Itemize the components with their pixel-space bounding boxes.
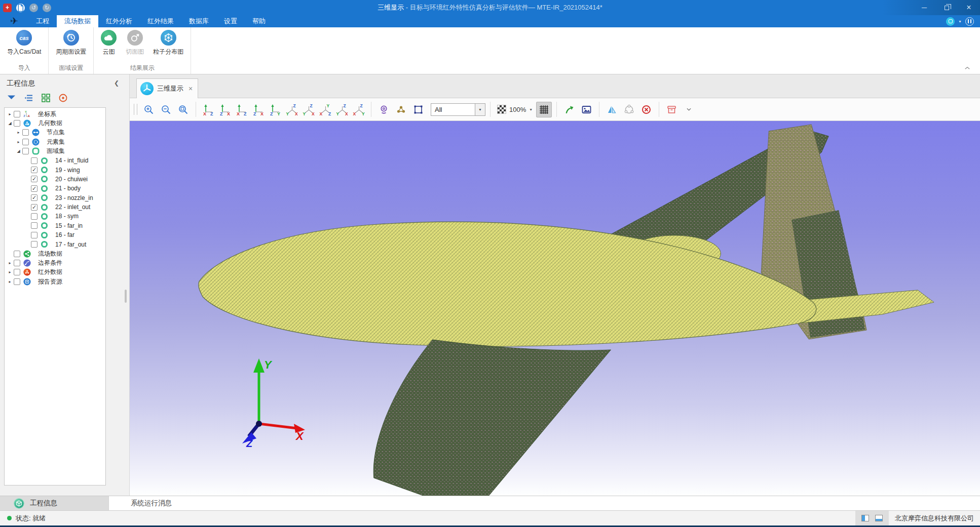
target-icon[interactable] bbox=[58, 93, 68, 103]
tree-expander[interactable]: ▸ bbox=[7, 112, 13, 116]
tree-item[interactable]: ◢面域集 bbox=[5, 147, 105, 156]
tree-item[interactable]: 18 - sym bbox=[5, 212, 105, 221]
tree-checkbox[interactable] bbox=[31, 232, 37, 238]
tree-expander[interactable]: ◢ bbox=[7, 121, 13, 126]
menu-tab-2[interactable]: 流场数据 bbox=[57, 15, 98, 27]
view-orientation-4-button[interactable]: ZX bbox=[251, 102, 266, 116]
layout-bottom-icon[interactable] bbox=[875, 515, 883, 521]
clear-view-button[interactable] bbox=[638, 102, 654, 117]
redo-button[interactable]: ↻ bbox=[43, 4, 51, 12]
mirror-view-button[interactable] bbox=[604, 102, 620, 117]
package-dropdown-button[interactable] bbox=[681, 102, 697, 117]
zoom-in-button[interactable] bbox=[141, 102, 157, 117]
tree-item[interactable]: 15 - far_in bbox=[5, 221, 105, 230]
menu-tab-5[interactable]: 数据库 bbox=[181, 15, 216, 27]
tree-item[interactable]: 17 - far_out bbox=[5, 239, 105, 249]
tree-checkbox[interactable] bbox=[31, 241, 37, 248]
toolbar-drag-handle[interactable] bbox=[134, 104, 137, 115]
view-orientation-1-button[interactable]: XZ bbox=[201, 102, 216, 116]
tree-item[interactable]: ◢几何数据 bbox=[5, 118, 105, 128]
box-select-button[interactable] bbox=[410, 102, 426, 117]
tree-checkbox[interactable] bbox=[14, 111, 20, 117]
tree-item[interactable]: ✓22 - inlet_out bbox=[5, 202, 105, 212]
zoom-level-selector[interactable]: 100%▼ bbox=[497, 105, 533, 114]
package-export-button[interactable] bbox=[664, 102, 680, 117]
view-orientation-6-button[interactable]: ZYX bbox=[284, 102, 299, 116]
tree-item[interactable]: ✓20 - chuiwei bbox=[5, 175, 105, 184]
tree-item[interactable]: ▸红外数据 bbox=[5, 268, 105, 277]
manual-button[interactable] bbox=[965, 17, 974, 26]
tree-checkbox[interactable] bbox=[14, 251, 20, 257]
tree-checkbox[interactable] bbox=[14, 260, 20, 266]
share-cloud-button[interactable] bbox=[621, 102, 637, 117]
view-orientation-8-button[interactable]: YXZ bbox=[318, 102, 333, 116]
tree-expander[interactable]: ▸ bbox=[7, 270, 13, 274]
theme-button[interactable] bbox=[946, 17, 955, 26]
tree-item[interactable]: 14 - int_fluid bbox=[5, 156, 105, 165]
tree-checkbox[interactable]: ✓ bbox=[31, 204, 37, 211]
cas-button[interactable]: cas导入Cas/Dat bbox=[7, 30, 41, 56]
tree-checkbox[interactable]: ✓ bbox=[31, 176, 37, 182]
view-orientation-2-button[interactable]: ZX bbox=[217, 102, 233, 116]
tree-item[interactable]: ▸报告资源 bbox=[5, 277, 105, 286]
particle-nodes-button[interactable] bbox=[393, 102, 409, 117]
layout-split-icon[interactable] bbox=[861, 515, 869, 521]
particle-button[interactable]: 粒子分布图 bbox=[153, 30, 183, 56]
snapshot-button[interactable] bbox=[579, 102, 594, 117]
list-icon[interactable] bbox=[24, 93, 33, 103]
filter-icon[interactable] bbox=[7, 93, 16, 103]
view-orientation-10-button[interactable]: ZXY bbox=[351, 102, 366, 116]
new-file-button[interactable] bbox=[16, 4, 25, 12]
export-view-button[interactable] bbox=[561, 102, 577, 117]
tree-item[interactable]: 流场数据 bbox=[5, 249, 105, 258]
panel-footer-project-info[interactable]: 工程信息 bbox=[0, 496, 108, 510]
blocks-icon[interactable] bbox=[41, 93, 51, 103]
tree-item[interactable]: ✓23 - nozzle_in bbox=[5, 193, 105, 202]
menu-tab-7[interactable]: 帮助 bbox=[245, 15, 273, 27]
tree-item[interactable]: ▸边界条件 bbox=[5, 258, 105, 267]
tab-3d-display[interactable]: 三维显示 × bbox=[136, 78, 198, 98]
clock-button[interactable]: 周期面设置 bbox=[56, 30, 86, 56]
view-orientation-9-button[interactable]: ZYX bbox=[334, 102, 350, 116]
menu-tab-1[interactable]: 工程 bbox=[28, 15, 57, 27]
combo-dropdown-icon[interactable]: ▼ bbox=[475, 104, 485, 115]
undo-button[interactable]: ↺ bbox=[29, 4, 38, 12]
tree-checkbox[interactable] bbox=[14, 120, 20, 127]
tree-expander[interactable]: ◢ bbox=[16, 149, 21, 153]
display-filter-combobox[interactable]: All▼ bbox=[431, 103, 485, 116]
tree-checkbox[interactable] bbox=[14, 278, 20, 285]
tree-checkbox[interactable]: ✓ bbox=[31, 194, 37, 201]
tree-item[interactable]: ▸YZX坐标系 bbox=[5, 109, 105, 118]
tree-checkbox[interactable] bbox=[22, 129, 29, 136]
tree-item[interactable]: ✓21 - body bbox=[5, 184, 105, 193]
locate-camera-button[interactable] bbox=[376, 102, 392, 117]
tree-checkbox[interactable] bbox=[31, 157, 37, 164]
tree-checkbox[interactable] bbox=[22, 139, 29, 145]
close-button[interactable]: × bbox=[958, 0, 980, 15]
app-menu-button[interactable]: + bbox=[3, 4, 12, 12]
tree-checkbox[interactable]: ✓ bbox=[31, 167, 37, 173]
view-orientation-5-button[interactable]: ZY bbox=[268, 102, 283, 116]
zoom-fit-button[interactable] bbox=[175, 102, 191, 117]
tab-close-icon[interactable]: × bbox=[189, 85, 193, 93]
cloud-button[interactable]: 云图 bbox=[101, 30, 117, 56]
tree-checkbox[interactable] bbox=[31, 222, 37, 229]
view-orientation-7-button[interactable]: ZYX bbox=[301, 102, 316, 116]
maximize-button[interactable] bbox=[935, 0, 958, 15]
grid-toggle-button[interactable] bbox=[536, 102, 552, 117]
tree-checkbox[interactable] bbox=[31, 213, 37, 220]
tree-expander[interactable]: ▸ bbox=[7, 279, 13, 284]
tree-checkbox[interactable] bbox=[14, 269, 20, 275]
panel-splitter-handle[interactable] bbox=[125, 290, 127, 303]
tree-checkbox[interactable]: ✓ bbox=[31, 185, 37, 192]
ribbon-collapse-button[interactable] bbox=[963, 64, 972, 71]
menu-tab-4[interactable]: 红外结果 bbox=[140, 15, 181, 27]
menu-tab-3[interactable]: 红外分析 bbox=[98, 15, 140, 27]
view-orientation-3-button[interactable]: XZ bbox=[234, 102, 249, 116]
minimize-button[interactable]: ─ bbox=[913, 0, 935, 15]
tree-item[interactable]: 16 - far bbox=[5, 230, 105, 239]
zoom-dropdown-caret[interactable]: ▼ bbox=[529, 108, 533, 111]
viewport-3d[interactable]: Y X Z bbox=[130, 121, 980, 496]
tree-item[interactable]: ▸节点集 bbox=[5, 128, 105, 137]
tree-item[interactable]: ✓19 - wing bbox=[5, 165, 105, 174]
